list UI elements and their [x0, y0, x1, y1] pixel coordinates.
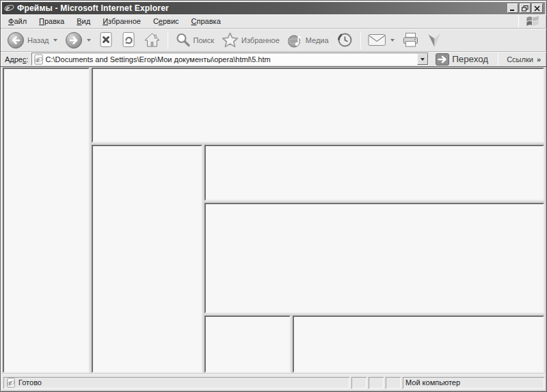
address-label: Адрес: [5, 55, 29, 64]
links-toolbar[interactable]: Ссылки » [504, 55, 544, 64]
minimize-icon [509, 5, 516, 12]
home-icon [144, 32, 161, 48]
menu-bar: Файл Правка Вид Избранное Сервис Справка [1, 14, 546, 29]
menu-file[interactable]: Файл [2, 15, 33, 27]
go-label: Переход [452, 54, 488, 64]
status-bar: e Готово Мой компьютер [2, 374, 545, 390]
frame-second-column [92, 145, 202, 373]
print-icon [402, 32, 419, 48]
favorites-star-icon [222, 32, 239, 48]
frame-right-row-2 [204, 203, 544, 313]
mail-button[interactable] [364, 31, 398, 48]
window-title: Фреймы - Microsoft Internet Explorer [17, 3, 169, 13]
frameset-viewport [2, 67, 545, 374]
go-arrow-icon [436, 53, 449, 66]
print-button[interactable] [399, 30, 423, 50]
menu-view[interactable]: Вид [70, 15, 96, 27]
address-input[interactable]: C:\Documents and Settings\Егор\Мои докум… [44, 55, 418, 64]
back-button[interactable]: Назад [3, 29, 61, 51]
refresh-icon [121, 31, 136, 48]
search-icon [175, 32, 191, 48]
svg-text:e: e [6, 3, 10, 12]
minimize-button[interactable] [507, 3, 518, 13]
restore-button[interactable] [520, 3, 531, 13]
home-button[interactable] [140, 30, 164, 50]
back-dropdown-icon [53, 39, 57, 42]
menu-edit[interactable]: Правка [33, 15, 70, 27]
forward-button[interactable] [62, 29, 94, 51]
search-button[interactable]: Поиск [172, 30, 217, 50]
mail-icon [368, 33, 386, 46]
standard-toolbar: Назад [1, 29, 546, 52]
security-zone-pane: Мой компьютер [403, 377, 544, 389]
address-bar: Адрес: e C:\Documents and Settings\Егор\… [1, 52, 546, 67]
back-label: Назад [27, 36, 49, 44]
chevron-down-icon [421, 58, 425, 61]
frame-bottom-right [293, 316, 544, 373]
media-button[interactable]: Медиа [284, 30, 332, 51]
close-icon [534, 5, 541, 12]
menu-help[interactable]: Справка [185, 15, 227, 27]
links-separator [498, 53, 498, 66]
close-button[interactable] [532, 3, 543, 13]
stop-button[interactable] [95, 29, 117, 51]
forward-dropdown-icon [87, 39, 91, 42]
zone-text: Мой компьютер [405, 378, 460, 387]
favorites-button[interactable]: Избранное [218, 30, 283, 50]
ie-app-icon: e [4, 3, 14, 14]
messenger-button[interactable] [423, 29, 446, 51]
search-label: Поиск [194, 36, 214, 44]
forward-icon [65, 31, 83, 49]
history-button[interactable] [333, 29, 357, 51]
frame-left-sidebar [3, 68, 90, 373]
address-dropdown-button[interactable] [417, 53, 428, 65]
address-combobox[interactable]: e C:\Documents and Settings\Егор\Мои док… [31, 53, 429, 66]
links-label: Ссылки [507, 55, 533, 64]
history-icon [336, 31, 353, 48]
status-pane-empty-3 [386, 377, 401, 389]
restore-icon [522, 5, 529, 12]
frame-bottom-left [204, 316, 291, 373]
status-pane: e Готово [3, 377, 349, 389]
title-bar: e Фреймы - Microsoft Internet Explorer [2, 2, 545, 14]
page-ie-icon: e [34, 54, 44, 65]
toolbar-separator [360, 31, 361, 49]
menu-favorites[interactable]: Избранное [96, 15, 147, 27]
frame-top-banner [92, 68, 544, 143]
mail-dropdown-icon [390, 39, 395, 42]
back-icon [7, 31, 25, 49]
go-button[interactable]: Переход [431, 52, 492, 67]
favorites-label: Избранное [241, 36, 280, 44]
menu-tools[interactable]: Сервис [147, 15, 185, 27]
frame-right-row-1 [204, 145, 544, 201]
status-pane-empty-2 [369, 377, 384, 389]
status-ie-icon: e [6, 378, 16, 388]
refresh-button[interactable] [118, 29, 139, 51]
status-pane-empty-1 [351, 377, 366, 389]
chevron-more-icon: » [537, 55, 541, 64]
media-icon [287, 32, 303, 48]
svg-text:e: e [36, 55, 40, 63]
toolbar-separator [168, 31, 168, 49]
windows-flag-icon [524, 14, 541, 28]
messenger-icon [427, 31, 442, 48]
stop-icon [98, 31, 114, 48]
browser-window: e Фреймы - Microsoft Internet Explorer Ф… [0, 0, 547, 392]
svg-text:e: e [9, 379, 12, 387]
menu-logo-separator [518, 15, 519, 27]
status-text: Готово [18, 378, 42, 387]
media-label: Медиа [306, 36, 329, 44]
